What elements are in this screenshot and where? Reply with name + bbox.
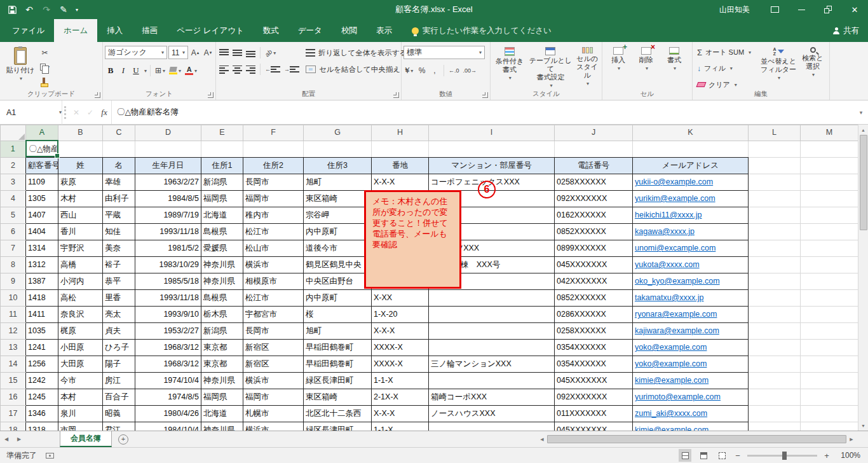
zoom-in-button[interactable]: + xyxy=(823,451,831,460)
email-link[interactable]: kimie@example.com xyxy=(635,425,709,431)
cell[interactable]: 横浜市 xyxy=(243,422,304,431)
tab-formulas[interactable]: 数式 xyxy=(254,19,288,42)
cell[interactable] xyxy=(749,422,801,431)
cell[interactable]: 亮太 xyxy=(103,307,135,323)
horizontal-scroll-thumb[interactable] xyxy=(547,435,846,443)
autosum-button[interactable]: Σオート SUM▾ xyxy=(695,46,758,59)
cell[interactable] xyxy=(749,389,801,406)
user-name[interactable]: 山田知美 xyxy=(719,4,750,15)
cell[interactable]: 高橋 xyxy=(58,257,103,273)
cell[interactable]: 1974/8/5 xyxy=(135,389,201,406)
cell[interactable]: 貞夫 xyxy=(103,323,135,340)
horizontal-scrollbar[interactable]: ◀ ▶ xyxy=(537,434,857,445)
page-layout-view-button[interactable] xyxy=(697,449,710,462)
cell[interactable]: yurimoto@example.com xyxy=(633,389,749,406)
add-sheet-button[interactable]: + xyxy=(118,434,128,445)
header-cell[interactable]: 姓 xyxy=(58,158,103,174)
cell[interactable]: 福岡県 xyxy=(201,389,243,406)
align-middle-button[interactable] xyxy=(231,46,243,59)
row-header-16[interactable]: 16 xyxy=(1,389,26,406)
cell[interactable]: 042XXXXXXX xyxy=(555,273,633,290)
cell[interactable]: 美奈 xyxy=(103,240,135,257)
font-name-select[interactable]: 游ゴシック▾ xyxy=(105,46,167,59)
cell[interactable]: 東京都 xyxy=(201,340,243,356)
memo-note[interactable]: メモ：木村さんの住所が変わったので変更すること！併せて電話番号、メールも要確認 xyxy=(364,190,461,289)
align-bottom-button[interactable] xyxy=(245,46,257,59)
cell[interactable]: 中央区由野台 xyxy=(304,273,372,290)
cell[interactable] xyxy=(801,240,858,257)
cell[interactable]: 長岡市 xyxy=(243,323,304,340)
cell[interactable]: 平蔵 xyxy=(103,207,135,224)
cell[interactable]: 栃木県 xyxy=(201,307,243,323)
cell[interactable]: 今市 xyxy=(58,373,103,389)
delete-cells-button[interactable]: 削除 ▾ xyxy=(632,44,660,91)
cell-styles-button[interactable]: セルの スタイル ▾ xyxy=(574,44,600,91)
cell[interactable] xyxy=(801,307,858,323)
maximize-button[interactable] xyxy=(815,0,841,19)
column-header-B[interactable]: B xyxy=(58,125,103,141)
cell[interactable]: ノースハウスXXX xyxy=(429,406,555,422)
cell[interactable]: 1245 xyxy=(26,389,58,406)
cell[interactable]: 泉川 xyxy=(58,406,103,422)
align-left-button[interactable] xyxy=(218,63,230,76)
column-header-M[interactable]: M xyxy=(801,125,858,141)
cell[interactable] xyxy=(749,340,801,356)
cell[interactable]: 早稲田鶴巻町 xyxy=(304,356,372,373)
column-header-A[interactable]: A xyxy=(26,125,58,141)
cell[interactable]: 宇都宮市 xyxy=(243,307,304,323)
touch-mode-button[interactable]: ✎ xyxy=(55,1,72,18)
column-header-L[interactable]: L xyxy=(749,125,801,141)
email-link[interactable]: unomi@excample.com xyxy=(635,244,715,252)
row-header-14[interactable]: 14 xyxy=(1,356,26,373)
cell[interactable] xyxy=(749,406,801,422)
cell[interactable]: 1993/11/18 xyxy=(135,290,201,307)
cell[interactable] xyxy=(103,141,135,158)
alignment-dialog-launcher-icon[interactable] xyxy=(393,92,399,98)
zoom-level[interactable]: 100% xyxy=(836,451,860,460)
sort-filter-button[interactable]: AZ 並べ替えと フィルター ▾ xyxy=(758,44,799,91)
font-dialog-launcher-icon[interactable] xyxy=(208,92,214,98)
borders-button[interactable]: ⊞▾ xyxy=(154,64,166,77)
cell[interactable]: 由利子 xyxy=(103,191,135,207)
cell[interactable]: 神奈川県 xyxy=(201,422,243,431)
cell[interactable] xyxy=(201,141,243,158)
cell[interactable]: 1346 xyxy=(26,406,58,422)
cell[interactable] xyxy=(801,323,858,340)
email-link[interactable]: ryonara@example.com xyxy=(635,310,717,319)
cell[interactable]: 裕子 xyxy=(103,257,135,273)
cell[interactable] xyxy=(633,141,749,158)
email-link[interactable]: yoko@example.com xyxy=(635,343,707,352)
close-button[interactable]: ✕ xyxy=(841,0,868,19)
paste-button[interactable]: 貼り付け ▾ xyxy=(2,44,39,91)
align-right-button[interactable] xyxy=(245,63,257,76)
cell[interactable]: ひろ子 xyxy=(103,340,135,356)
cell[interactable] xyxy=(243,141,304,158)
column-header-K[interactable]: K xyxy=(633,125,749,141)
cell[interactable]: 札幌市 xyxy=(243,406,304,422)
insert-cells-button[interactable]: 挿入 ▾ xyxy=(604,44,632,91)
vertical-scrollbar[interactable]: ▲ ▼ xyxy=(858,125,868,431)
cell[interactable]: 宇野沢 xyxy=(58,240,103,257)
cell[interactable]: 高松 xyxy=(58,290,103,307)
decrease-indent-button[interactable]: ← xyxy=(264,63,281,76)
cell[interactable]: 045XXXXXXX xyxy=(555,257,633,273)
cell[interactable] xyxy=(749,356,801,373)
cell-A1[interactable]: 〇△物産顧客名簿 xyxy=(26,141,58,158)
row-header-10[interactable]: 10 xyxy=(1,290,26,307)
email-link[interactable]: zumi_aki@xxxx.com xyxy=(635,409,707,418)
row-header-7[interactable]: 7 xyxy=(1,240,26,257)
clipboard-dialog-launcher-icon[interactable] xyxy=(95,92,100,98)
cell[interactable]: yoko@example.com xyxy=(633,340,749,356)
cell[interactable] xyxy=(749,290,801,307)
header-cell[interactable]: メールアドレス xyxy=(633,158,749,174)
cell[interactable]: 東区箱崎 xyxy=(304,389,372,406)
format-cells-button[interactable]: 書式 ▾ xyxy=(660,44,688,91)
cell[interactable]: 1407 xyxy=(26,207,58,224)
sheet-nav-next-icon[interactable]: ▶ xyxy=(13,431,25,447)
cell[interactable]: 1-1-X xyxy=(372,373,429,389)
cell[interactable]: 緑区長津田町 xyxy=(304,373,372,389)
zoom-slider-thumb[interactable] xyxy=(782,452,787,460)
cell[interactable]: 内中原町 xyxy=(304,290,372,307)
cell[interactable]: 松江市 xyxy=(243,290,304,307)
cell[interactable]: 0162XXXXXX xyxy=(555,207,633,224)
